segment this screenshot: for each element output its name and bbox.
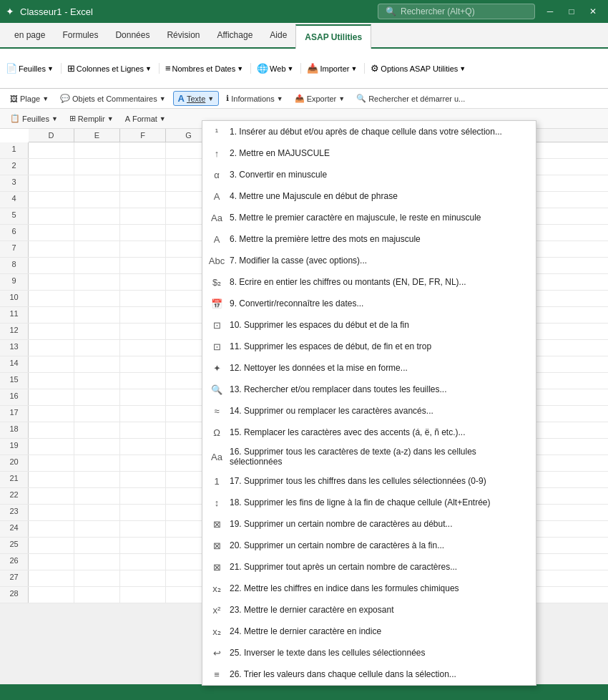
cell[interactable] xyxy=(120,554,166,570)
cell[interactable] xyxy=(74,291,120,306)
cell[interactable] xyxy=(120,521,166,537)
cell[interactable] xyxy=(29,291,74,306)
cell[interactable] xyxy=(120,175,166,191)
menu-item[interactable]: A6. Mettre la première lettre des mots e… xyxy=(202,228,536,250)
menu-item[interactable]: Abc7. Modifier la casse (avec options)..… xyxy=(202,250,536,271)
cell[interactable] xyxy=(74,258,120,273)
colonnes-lignes-btn[interactable]: ⊞ Colonnes et Lignes ▼ xyxy=(67,63,160,74)
objets-commentaires-btn[interactable]: 💬 Objets et Commentaires ▼ xyxy=(56,92,170,104)
cell[interactable] xyxy=(29,324,74,339)
minimize-button[interactable]: ─ xyxy=(541,2,559,21)
cell[interactable] xyxy=(120,307,166,323)
cell[interactable] xyxy=(120,455,166,471)
close-button[interactable]: ✕ xyxy=(584,2,602,21)
cell[interactable] xyxy=(74,241,120,257)
plage-btn[interactable]: 🖼 Plage ▼ xyxy=(6,93,53,104)
menu-item[interactable]: 📅9. Convertir/reconnaître les dates... xyxy=(202,293,536,314)
web-btn[interactable]: 🌐 Web ▼ xyxy=(257,63,301,74)
menu-item[interactable]: ⊠21. Supprimer tout après un certain nom… xyxy=(202,556,536,578)
cell[interactable] xyxy=(120,389,166,405)
cell[interactable] xyxy=(74,505,120,520)
cell[interactable] xyxy=(120,439,166,454)
options-asap-btn[interactable]: ⚙ Options ASAP Utilities ▼ xyxy=(371,63,466,74)
cell[interactable] xyxy=(120,488,166,504)
cell[interactable] xyxy=(29,307,74,323)
cell[interactable] xyxy=(74,554,120,570)
cell[interactable] xyxy=(29,208,74,224)
cell[interactable] xyxy=(74,175,120,191)
cell[interactable] xyxy=(74,274,120,290)
cell[interactable] xyxy=(29,142,74,158)
cell[interactable] xyxy=(29,356,74,372)
cell[interactable] xyxy=(120,505,166,520)
cell[interactable] xyxy=(29,422,74,438)
cell[interactable] xyxy=(29,192,74,208)
menu-item[interactable]: ⊡10. Supprimer les espaces du début et d… xyxy=(202,314,536,336)
cell[interactable] xyxy=(120,192,166,208)
feuilles-btn2[interactable]: 📋 Feuilles ▼ xyxy=(6,112,62,125)
cell[interactable] xyxy=(29,225,74,240)
cell[interactable] xyxy=(120,142,166,158)
cell[interactable] xyxy=(74,307,120,323)
menu-item[interactable]: Ω15. Remplacer les caractères avec des a… xyxy=(202,422,536,443)
cell[interactable] xyxy=(29,439,74,454)
cell[interactable] xyxy=(120,472,166,487)
menu-item[interactable]: ↑2. Mettre en MAJUSCULE xyxy=(202,142,536,164)
cell[interactable] xyxy=(29,340,74,356)
cell[interactable] xyxy=(29,521,74,537)
tab-donnees[interactable]: Données xyxy=(107,23,158,47)
cell[interactable] xyxy=(120,406,166,422)
cell[interactable] xyxy=(74,324,120,339)
cell[interactable] xyxy=(74,356,120,372)
menu-item[interactable]: ⊠20. Supprimer un certain nombre de cara… xyxy=(202,535,536,556)
cell[interactable] xyxy=(120,422,166,438)
cell[interactable] xyxy=(120,356,166,372)
menu-item[interactable]: ↕18. Supprimer les fins de ligne à la fi… xyxy=(202,492,536,513)
menu-item[interactable]: x₂24. Mettre le dernier caractère en ind… xyxy=(202,621,536,642)
cell[interactable] xyxy=(120,291,166,306)
cell[interactable] xyxy=(74,472,120,487)
tab-formules[interactable]: Formules xyxy=(54,23,107,47)
cell[interactable] xyxy=(74,340,120,356)
cell[interactable] xyxy=(74,192,120,208)
format-btn[interactable]: A Format ▼ xyxy=(121,113,170,125)
informations-btn[interactable]: ℹ Informations ▼ xyxy=(222,92,287,104)
cell[interactable] xyxy=(29,389,74,405)
tab-affichage[interactable]: Affichage xyxy=(208,23,261,47)
cell[interactable] xyxy=(29,373,74,389)
cell[interactable] xyxy=(74,208,120,224)
cell[interactable] xyxy=(74,406,120,422)
cell[interactable] xyxy=(29,159,74,175)
cell[interactable] xyxy=(74,587,120,603)
menu-item[interactable]: 🔍13. Rechercher et/ou remplacer dans tou… xyxy=(202,379,536,400)
cell[interactable] xyxy=(120,538,166,553)
cell[interactable] xyxy=(29,455,74,471)
menu-item[interactable]: α3. Convertir en minuscule xyxy=(202,164,536,185)
cell[interactable] xyxy=(120,373,166,389)
maximize-button[interactable]: □ xyxy=(562,2,581,21)
cell[interactable] xyxy=(74,455,120,471)
cell[interactable] xyxy=(29,258,74,273)
cell[interactable] xyxy=(29,570,74,586)
cell[interactable] xyxy=(74,521,120,537)
menu-item[interactable]: ⊡11. Supprimer les espaces de début, de … xyxy=(202,336,536,357)
cell[interactable] xyxy=(74,373,120,389)
nombres-dates-btn[interactable]: ≡ Nombres et Dates ▼ xyxy=(165,63,251,74)
remplir-btn[interactable]: ⊞ Remplir ▼ xyxy=(65,112,118,125)
texte-btn[interactable]: A Texte ▼ xyxy=(173,91,220,106)
menu-item[interactable]: x²23. Mettre le dernier caractère en exp… xyxy=(202,599,536,621)
menu-item[interactable]: Aa16. Supprimer tous les caractères de t… xyxy=(202,443,536,470)
tab-aide[interactable]: Aide xyxy=(261,23,295,47)
search-box[interactable]: 🔍 Rechercher (Alt+Q) xyxy=(378,4,535,19)
cell[interactable] xyxy=(29,488,74,504)
cell[interactable] xyxy=(29,505,74,520)
exporter-btn[interactable]: 📤 Exporter ▼ xyxy=(290,92,350,104)
menu-item[interactable]: A4. Mettre une Majuscule en début de phr… xyxy=(202,185,536,207)
cell[interactable] xyxy=(120,159,166,175)
cell[interactable] xyxy=(74,439,120,454)
tab-en-page[interactable]: en page xyxy=(6,23,54,47)
menu-item[interactable]: ≡26. Trier les valeurs dans chaque cellu… xyxy=(202,663,536,685)
cell[interactable] xyxy=(74,570,120,586)
cell[interactable] xyxy=(120,324,166,339)
menu-item[interactable]: 117. Supprimer tous les chiffres dans le… xyxy=(202,470,536,492)
